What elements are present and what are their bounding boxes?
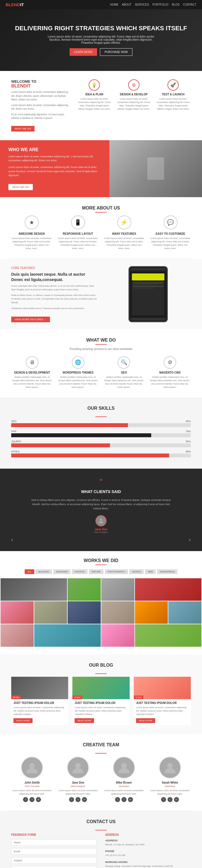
testimonial-nav: ‹ › xyxy=(11,536,191,543)
welcome-desc2: Lorem ipsum dolor sit amet, consectetur … xyxy=(11,103,68,111)
services-grid: 🖥 DESIGN & DEVELOPMENT Nullam porttitor … xyxy=(11,356,191,389)
team-in-0[interactable]: in xyxy=(36,797,41,802)
view-features-button[interactable]: View More Features → xyxy=(11,317,50,322)
team-socials-0: f t in xyxy=(11,797,53,802)
team-tw-0[interactable]: t xyxy=(29,797,34,802)
hero-section: DELIVERING RIGHT STRATEGIES WHICH SPEAKS… xyxy=(0,9,202,71)
work-item-2[interactable] xyxy=(67,578,101,601)
nav-portfolio[interactable]: PORTFOLIO xyxy=(152,3,169,6)
service-2: 🔍 SEO Nullam porttitor malesuada nunc, e… xyxy=(103,356,145,389)
team-tw-1[interactable]: t xyxy=(76,797,81,802)
nav-services[interactable]: SERVICES xyxy=(135,3,149,6)
skill-track-2 xyxy=(11,443,191,447)
logo-text: BLEND xyxy=(6,2,20,7)
work-item-1[interactable] xyxy=(1,578,67,601)
nav-contact[interactable]: CONTACT xyxy=(183,3,196,6)
who-btn[interactable]: What We Do xyxy=(8,184,33,190)
team-in-1[interactable]: in xyxy=(82,797,87,802)
email-field xyxy=(11,848,97,855)
work-item-6[interactable] xyxy=(34,601,67,624)
read-more-btn-2[interactable]: Read More xyxy=(136,718,155,723)
filter-photography[interactable]: PHOTOGRAPHY xyxy=(105,569,128,574)
work-item-4[interactable] xyxy=(135,578,201,601)
welcome-card-0: 💡 IDEA & PLAN Lorem ipsum dolor sit amet… xyxy=(77,80,112,131)
learn-more-button[interactable]: Learn More xyxy=(69,48,97,56)
who-left: WHO WE ARE Lorem ipsum dolor sit amet, c… xyxy=(0,140,109,197)
skill-label-2: JQUERY xyxy=(11,440,21,443)
team-tw-2[interactable]: t xyxy=(121,797,126,802)
filter-nature[interactable]: NATURE xyxy=(89,569,104,574)
team-in-2[interactable]: in xyxy=(128,797,133,802)
service-title-2: SEO xyxy=(103,371,145,374)
purchase-button[interactable]: Purchase Now xyxy=(100,48,133,56)
skill-track-3 xyxy=(11,454,191,457)
testimonial-author: Jane Doe Web Designer xyxy=(11,515,191,533)
next-arrow[interactable]: › xyxy=(189,536,191,543)
desktop-icon: 🖥 xyxy=(26,356,38,369)
name-input[interactable] xyxy=(11,839,97,846)
filter-web[interactable]: WEB xyxy=(145,569,156,574)
svg-point-2 xyxy=(75,763,81,769)
welcome-section: WELCOME TO BLENDIT Lorem ipsum dolor sit… xyxy=(0,71,202,140)
team-fb-0[interactable]: f xyxy=(23,797,28,802)
work-item-3[interactable] xyxy=(101,578,135,601)
lightning-icon: ⚡ xyxy=(117,215,131,229)
filter-building[interactable]: BUILDING xyxy=(36,569,52,574)
team-fb-3[interactable]: f xyxy=(161,797,166,802)
team-role-3: Marketing xyxy=(149,785,191,787)
team-desc-0: Lorem ipsum dolor sit amet consectetur a… xyxy=(11,789,53,796)
work-item-14[interactable] xyxy=(135,624,201,647)
team-name-1: Jane Doe xyxy=(57,781,99,784)
welcome-btn[interactable]: What We Do xyxy=(11,126,34,131)
service-0: 🖥 DESIGN & DEVELOPMENT Nullam porttitor … xyxy=(11,356,53,389)
blog-post-desc-2: Lorem ipsum dolor sit amet, consectetur … xyxy=(136,706,189,716)
filter-designer[interactable]: DESIGNER xyxy=(53,569,71,574)
testimonials-section: " WHAT CLIENTS SAID Sed ut volutua liber… xyxy=(0,469,202,551)
team-fb-1[interactable]: f xyxy=(69,797,74,802)
read-more-btn-0[interactable]: Read More xyxy=(13,718,33,723)
skill-fill-2 xyxy=(11,443,110,447)
author-name: Jane Doe xyxy=(95,528,107,531)
filter-all[interactable]: ALL xyxy=(25,569,34,574)
welcome-card-2: 🚀 TEST & LAUNCH Lorem ipsum dolor sit am… xyxy=(155,80,191,131)
work-item-8[interactable] xyxy=(101,601,135,624)
work-item-7[interactable] xyxy=(67,601,101,624)
work-item-10[interactable] xyxy=(168,601,201,624)
contact-divider xyxy=(95,830,107,830)
star-icon: ★ xyxy=(25,215,39,229)
who-title: WHO WE ARE xyxy=(8,147,101,152)
read-more-btn-1[interactable]: Read More xyxy=(75,718,94,723)
work-item-12[interactable] xyxy=(34,624,101,647)
launch-icon: 🚀 xyxy=(168,80,179,91)
who-image xyxy=(109,140,202,197)
team-member-0: John Smith CEO / Founder Lorem ipsum dol… xyxy=(11,756,53,802)
nav-home[interactable]: HOME xyxy=(110,3,118,6)
service-title-1: WORDPRESS THEMES xyxy=(57,371,99,374)
service-desc-0: Nullam porttitor malesuada nunc, et semp… xyxy=(11,375,53,389)
subject-input[interactable] xyxy=(11,857,97,864)
filter-design[interactable]: DESIGN xyxy=(129,569,144,574)
work-item-9[interactable] xyxy=(135,601,168,624)
work-item-5[interactable] xyxy=(1,601,34,624)
blog-content-1: JUST TESTING IPSUM DOLOR Lorem ipsum dol… xyxy=(73,699,129,725)
team-name-3: Sarah White xyxy=(149,781,191,784)
team-tw-3[interactable]: t xyxy=(168,797,173,802)
filter-fashion[interactable]: FASHION xyxy=(72,569,87,574)
nav-about[interactable]: ABOUT xyxy=(122,3,131,6)
work-item-11[interactable] xyxy=(1,624,34,647)
filter-wordpress[interactable]: WORDPRESS xyxy=(157,569,177,574)
phone-mockup xyxy=(128,266,168,322)
team-divider xyxy=(95,753,107,753)
nav-blog[interactable]: BLOG xyxy=(172,3,180,6)
email-input[interactable] xyxy=(11,848,97,855)
team-fb-2[interactable]: f xyxy=(115,797,120,802)
feature-3: 💬 EASY TO CUSTOMIZE Lorem ipsum dolor si… xyxy=(150,215,191,250)
message-field xyxy=(11,866,97,868)
team-in-3[interactable]: in xyxy=(174,797,179,802)
feature-desc-0: Lorem ipsum dolor sit amet, consectetur … xyxy=(11,237,52,250)
prev-arrow[interactable]: ‹ xyxy=(11,536,13,543)
work-item-13[interactable] xyxy=(101,624,135,647)
team-socials-1: f t in xyxy=(57,797,99,802)
message-input[interactable] xyxy=(11,866,97,868)
phone-label: PHONE xyxy=(105,850,191,852)
